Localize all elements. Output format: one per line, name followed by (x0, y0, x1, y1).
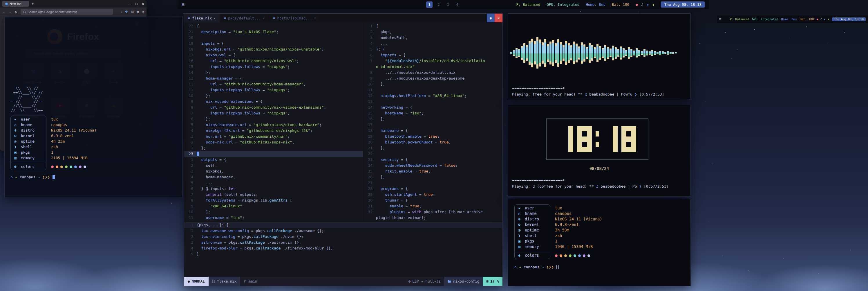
spectrum-bar (562, 45, 564, 61)
bar-clock[interactable]: Thu Aug 08, 18:18 (661, 1, 705, 7)
code-line: 3 nixpkgs, (184, 169, 363, 174)
battery-icon[interactable]: ▮ (652, 3, 654, 7)
lines-icon: ≡ (486, 279, 489, 284)
editor-tab-flake.nix[interactable]: ✻flake.nix✕ (184, 13, 220, 22)
editor-pane-pkgs[interactable]: 1{pkgs, ...}: {1 tux-awesome-wm-config =… (184, 221, 502, 277)
workspace-tag-3[interactable]: 3 (445, 1, 451, 8)
terminal-cursor (53, 175, 55, 179)
workspace-tag-4[interactable]: 4 (454, 1, 460, 8)
new-tab-button[interactable]: + (32, 2, 34, 6)
code-line: 6 }; (184, 116, 363, 122)
workspace-tag-1[interactable]: 1 (426, 1, 433, 8)
statusline: ● NORMAL flake.nix main ⚙ LSP ~ null-ls … (184, 277, 502, 286)
reload-icon[interactable]: ↻ (14, 10, 18, 14)
audio-visualizer-window[interactable]: =====================> Playing: ffee for… (508, 13, 691, 99)
minimize-button[interactable]: — (128, 2, 131, 5)
code-line: 1 }; (184, 145, 363, 151)
editor-pane-iso[interactable]: 1{2 pkgs,3 modulesPath,4 ...5}: {6 impor… (363, 22, 502, 222)
workspace-tags: 1234 (426, 1, 460, 8)
shell-prompt[interactable]: ⌂→canopus~❯❯❯ (10, 175, 177, 179)
neovim-window[interactable]: ✻flake.nix✕✻pkgs/default...✕✻hosts/isoIm… (184, 13, 503, 286)
user-icon: ✦ (518, 205, 523, 211)
fetch-value-user: tux (51, 116, 97, 122)
fetch-value-kernel: 6.9.8-zen1 (555, 222, 602, 227)
spectrum-bar (594, 47, 596, 58)
buffer-close-icon[interactable]: ✕ (495, 13, 502, 22)
spectrum-bar (610, 49, 612, 57)
bar-clock-2[interactable]: Thu Aug 08, 18:18 (832, 18, 866, 21)
terminal-fetch-left[interactable]: \\ \\ // ==\\___\\/ // // \\// ==// //==… (4, 17, 183, 197)
bluetooth-icon[interactable]: ❖ (824, 18, 825, 21)
code-line: 22{ (184, 23, 363, 29)
tab-close-icon[interactable]: ✕ (314, 17, 316, 20)
fetch-value-memory: 1946 | 15394 MiB (555, 244, 602, 250)
code-line: 1 outputs = { (184, 157, 363, 163)
spectrum-bar (570, 45, 572, 60)
clock-digit-1 (603, 126, 618, 152)
fetch-value-uptime: 3h 59m (555, 227, 602, 233)
code-line: 20 (184, 35, 363, 41)
bar2-status-cluster: P: BalancedGPU: IntegratedHome: 6msBat: … (730, 18, 866, 21)
maximize-button[interactable]: ▢ (135, 2, 137, 5)
terminal-fetch-right[interactable]: ✦user⌂hname✻distro⚙kernel◷uptime❯shell▣p… (508, 199, 691, 286)
spectrum-bar (602, 48, 604, 58)
spectrum-bar (630, 49, 632, 57)
bluetooth-icon[interactable]: ❖ (647, 3, 649, 7)
url-bar[interactable]: Search with Google or enter address (21, 9, 113, 15)
palette-dot (60, 166, 63, 168)
code-line: 25 rtkit.enable = true; (363, 169, 502, 174)
code-line: 7 inputs.nixpkgs.follows = "nixpkgs"; (184, 110, 363, 116)
spectrum-bar (544, 39, 546, 67)
library-icon[interactable]: ▤ (131, 10, 134, 13)
palette-dot (84, 166, 86, 168)
status-segment-1: GPU: Integrated (547, 2, 579, 7)
editor-tab-pkgs/default...[interactable]: ✻pkgs/default...✕ (220, 13, 269, 22)
spectrum-bar (541, 42, 544, 64)
tab-favicon (5, 3, 8, 5)
launcher-icon-2[interactable]: ⊞ (719, 17, 721, 21)
code-line: 15 hostName = "iso"; (363, 110, 502, 116)
tty-clock-window[interactable]: 08/08/24 =====================> Playing:… (508, 105, 691, 197)
editor-tab-hosts/isoImag...[interactable]: ✻hosts/isoImag...✕ (269, 13, 320, 22)
launcher-icon[interactable]: ⊞ (182, 2, 185, 7)
search-icon (23, 11, 26, 13)
close-button[interactable]: ✕ (142, 2, 144, 5)
spectrum-bar (536, 37, 538, 68)
spectrum-bar (628, 47, 630, 59)
extension-puzzle-icon[interactable]: ❖ (125, 10, 128, 13)
record-icon[interactable]: ● (636, 3, 638, 7)
code-line: 17 (363, 122, 502, 128)
music-icon[interactable]: ♪ (820, 18, 822, 21)
spectrum-bar (599, 46, 601, 60)
shell-prompt[interactable]: ⌂→canopus~❯❯❯ (514, 265, 684, 269)
battery-icon[interactable]: ▮ (827, 18, 829, 21)
buffer-pick-icon[interactable]: ◉ (487, 13, 495, 22)
music-icon[interactable]: ♪ (641, 3, 643, 7)
code-line: 29 ssh.startAgent = true; (363, 192, 502, 198)
record-icon[interactable]: ● (817, 18, 818, 21)
menu-icon[interactable]: ≡ (143, 10, 144, 13)
back-icon[interactable]: ← (2, 10, 6, 14)
spectrum-bar (644, 49, 646, 57)
fetch-value-hname: canopus (51, 122, 97, 127)
code-line: 11 (363, 87, 502, 93)
firefox-tab[interactable]: New Tab (2, 1, 29, 7)
forward-icon[interactable]: → (8, 10, 12, 14)
code-line: plugin thunar-volman]; (363, 215, 502, 221)
code-line: 1{ (363, 23, 502, 29)
palette-dot (74, 166, 77, 168)
bar-status-cluster: P: BalancedGPU: IntegratedHome: 8msBat: … (516, 1, 705, 7)
bufferline: ✻flake.nix✕✻pkgs/default...✕✻hosts/isoIm… (184, 13, 502, 22)
code-line: 21 }; (363, 145, 502, 151)
workspace-tag-2[interactable]: 2 (435, 1, 442, 8)
fetch-row-user: ✦user (14, 116, 43, 122)
download-icon[interactable]: ↓ (120, 10, 122, 13)
kernel-icon: ⚙ (518, 222, 523, 227)
spectrum-bar (607, 47, 609, 59)
tab-close-icon[interactable]: ✕ (214, 17, 216, 20)
code-line: 18 nixpkgs.url = "github:nixos/nixpkgs/n… (184, 47, 363, 52)
tab-close-icon[interactable]: ✕ (263, 17, 265, 20)
code-line: 4 firefox-mod-blur = pkgs.callPackage ./… (184, 245, 502, 251)
account-icon[interactable]: ◉ (137, 10, 140, 13)
editor-pane-flake[interactable]: 22{21 description = "tux's NixOS Flake";… (184, 22, 363, 222)
